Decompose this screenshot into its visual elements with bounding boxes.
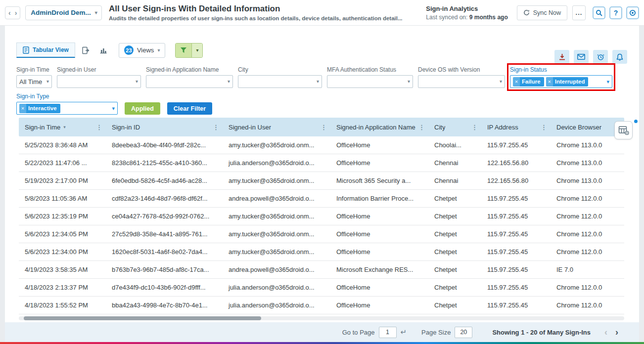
column-header-city[interactable]: City⋮ [428,118,481,136]
refresh-icon [523,9,530,16]
column-header-label: Sign-in ID [112,124,140,131]
prev-page-button[interactable]: ‹ [604,328,607,337]
tab-tabular-view[interactable]: Tabular View [16,43,75,58]
views-dropdown[interactable]: 23 Views ▾ [119,43,165,58]
table-row[interactable]: 5/6/2023 12:35:19 PMce04a427-7678-452d-9… [19,208,624,225]
chip-remove-icon[interactable]: × [513,77,520,86]
table-cell: Chennai [428,154,481,172]
table-cell: Chrome 113.0.0 [551,172,624,189]
table-cell: amy.tucker@o365droid.onm... [223,243,330,260]
filter-sign-in-time: Sign-in TimeAll Time▾ [16,66,52,88]
quick-filter-button[interactable]: ▾ [175,43,203,58]
more-options-button[interactable]: ... [572,5,586,20]
column-settings-button[interactable] [614,121,633,139]
page-number-input[interactable] [379,327,397,338]
column-menu-icon[interactable]: ⋮ [211,124,221,131]
table-cell: Microsoft 365 Security a... [330,172,428,189]
column-menu-icon[interactable]: ⋮ [539,124,549,131]
app-logo-button[interactable] [626,6,639,19]
bell-icon [616,53,623,61]
table-cell: amy.tucker@o365droid.onm... [223,172,330,189]
download-icon [558,53,566,61]
filter-select-city[interactable]: ▾ [238,75,322,88]
filter-select[interactable]: ×Interactive▾ [16,102,118,115]
go-to-page-icon[interactable]: ↵ [401,328,407,337]
applied-button[interactable]: Applied [125,102,160,115]
filter-select-sign-in-time[interactable]: All Time▾ [16,75,52,88]
filter-dropdown-toggle[interactable]: ▾ [191,43,202,57]
filter-select-mfa-authentication-status[interactable]: ▾ [327,75,413,88]
column-header-ip-address[interactable]: IP Address⋮ [481,118,551,136]
table-row[interactable]: 4/19/2023 3:58:35 AMb763b7e3-96b7-485d-a… [19,261,624,279]
table-cell: 5/19/2023 2:17:00 PM [19,172,106,189]
filter-city: City▾ [238,66,322,88]
clear-filter-button[interactable]: Clear Filter [167,102,212,115]
search-button[interactable] [593,6,605,19]
forward-icon[interactable]: › [15,9,17,16]
table-row[interactable]: 5/6/2023 12:34:05 PM27c529d8-358e-4a41-a… [19,225,624,243]
column-header-sign-in-time[interactable]: Sign-in Time▾⋮ [19,118,106,136]
alarm-clock-icon [597,53,604,61]
filter-chip[interactable]: ×Failure [513,77,544,86]
table-cell: 5/6/2023 12:35:19 PM [19,208,106,225]
column-header-sign-in-id[interactable]: Sign-in ID⋮ [106,118,223,136]
chevron-down-icon: ▾ [95,10,97,15]
table-row[interactable]: 4/18/2023 2:13:37 PMd7e434f9-dc10-43b6-9… [19,279,624,297]
column-header-signed-in-application-name[interactable]: Signed-in Application Name⋮ [330,118,428,136]
table-cell: 115.97.255.45 [481,261,551,278]
table-cell: 115.97.255.45 [481,243,551,260]
chip-remove-icon[interactable]: × [546,77,553,86]
table-cell: 27c529d8-358e-4a41-a895-761... [106,225,223,243]
filter-select-sign-in-status[interactable]: ×Failure×Interrupted▾ [510,75,612,88]
table-row[interactable]: 5/22/2023 11:47:06 ...8238c861-2125-455c… [19,154,624,172]
chip-remove-icon[interactable]: × [19,104,26,113]
column-menu-icon[interactable]: ⋮ [94,124,104,131]
filter-select-signed-in-application-name[interactable]: ▾ [146,75,233,88]
table-row[interactable]: 4/18/2023 1:55:52 PMbba42a43-4998-4e7c-8… [19,297,624,314]
table-row[interactable]: 5/8/2023 11:05:36 AMcdf82a23-146d-48d7-9… [19,190,624,208]
help-button[interactable]: ? [609,6,622,19]
filter-select-signed-in-user[interactable]: ▾ [57,75,141,88]
table-row[interactable]: 5/25/2023 8:36:48 AM8deebea3-40be-4f40-9… [19,136,624,154]
table-cell: Chetpet [428,279,481,296]
scrollbar-thumb[interactable] [24,316,261,320]
export-download-button[interactable] [554,50,569,64]
filter-row-2: Sign-in Type ×Interactive▾ Applied Clear… [16,93,630,115]
organization-dropdown[interactable]: AdminDroid Dem... ▾ [25,5,102,20]
pagination-bar: Go to Page ↵ Page Size Showing 1 - 20 of… [5,322,639,342]
email-button[interactable] [574,50,589,64]
export-view-button[interactable] [78,43,93,58]
table-cell: Chennai [428,172,481,189]
table-cell: 5/6/2023 12:34:05 PM [19,225,106,243]
next-page-button[interactable]: › [615,328,618,337]
page-size-input[interactable] [455,327,472,338]
page-subtitle: Audits the detailed properties of user s… [109,15,403,21]
column-menu-icon[interactable]: ⋮ [470,124,479,131]
column-menu-icon[interactable]: ⋮ [319,124,328,131]
table-cell: 6fe0edbd-5826-4c5f-ad46-ac28... [106,172,223,189]
chart-view-button[interactable] [96,43,111,58]
column-header-signed-in-user[interactable]: Signed-in User⋮ [223,118,330,136]
column-header-device-browser[interactable]: Device Browser⋮ [551,118,624,136]
column-menu-icon[interactable]: ⋮ [417,124,426,131]
horizontal-scrollbar[interactable] [19,316,624,320]
schedule-button[interactable] [593,50,608,64]
table-row[interactable]: 5/6/2023 12:34:00 PM1620ec8f-5031-4a6f-8… [19,243,624,261]
filter-chip[interactable]: ×Interactive [19,104,60,113]
filter-chip[interactable]: ×Interrupted [546,77,589,86]
table-cell: 4/18/2023 2:13:37 PM [19,279,106,296]
table-cell: b763b7e3-96b7-485d-af8c-17ca... [106,261,223,278]
filter-label: Signed-in User [57,66,141,73]
sync-info: Sign-in Analytics Last synced on: 9 mont… [426,5,507,21]
filter-select-device-os-with-version[interactable]: ▾ [418,75,505,88]
alerts-button[interactable] [612,50,627,64]
sync-now-button[interactable]: Sync Now [517,5,567,20]
envelope-icon [577,54,585,60]
column-header-label: Signed-in User [229,124,271,131]
chip-label: Failure [520,77,544,86]
chevron-down-icon: ▾ [226,79,230,84]
back-icon[interactable]: ‹ [8,9,11,16]
filter-device-os-with-version: Device OS with Version▾ [418,66,505,88]
table-cell: Information Barrier Proce... [330,190,428,207]
table-row[interactable]: 5/19/2023 2:17:00 PM6fe0edbd-5826-4c5f-a… [19,172,624,190]
